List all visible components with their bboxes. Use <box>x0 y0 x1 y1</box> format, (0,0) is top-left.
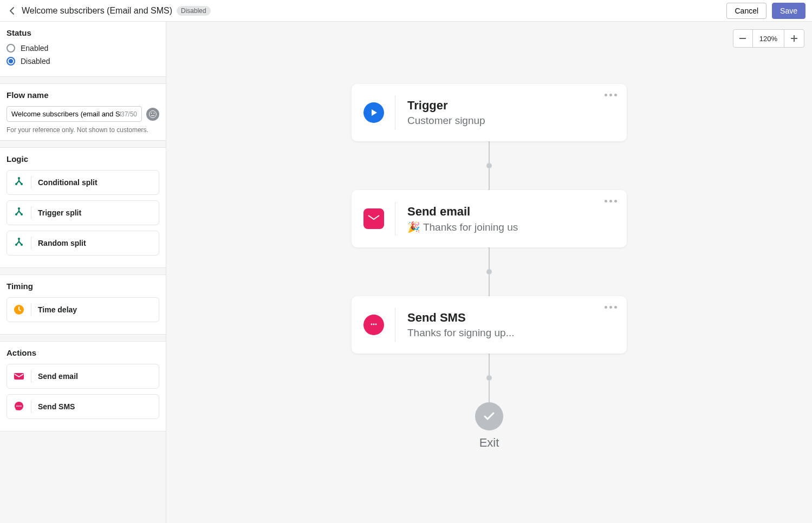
svg-point-10 <box>18 238 20 240</box>
flowname-panel: Flow name 37/50 For your reference only.… <box>0 83 166 141</box>
zoom-controls: 120% <box>733 29 804 48</box>
chevron-left-icon <box>10 7 14 15</box>
flowname-input[interactable] <box>11 110 121 118</box>
svg-point-17 <box>18 406 20 407</box>
node-title: Send SMS <box>407 311 615 325</box>
node-trigger[interactable]: Trigger Customer signup <box>352 84 627 141</box>
block-label: Conditional split <box>38 178 98 187</box>
split-icon <box>12 176 25 189</box>
add-node-button[interactable] <box>486 163 492 168</box>
status-title: Status <box>7 28 159 37</box>
minus-icon <box>739 38 746 39</box>
flow: Trigger Customer signup Send email 🎉 Tha… <box>352 84 627 450</box>
radio-icon <box>7 57 15 66</box>
radio-label: Enabled <box>21 44 48 53</box>
block-label: Trigger split <box>38 208 81 217</box>
actions-panel: Actions Send email Send SMS <box>0 341 166 432</box>
check-icon <box>482 409 496 423</box>
emoji-button[interactable] <box>146 108 159 121</box>
svg-point-18 <box>20 406 21 407</box>
clock-icon <box>12 303 25 316</box>
flowname-helper: For your reference only. Not shown to cu… <box>7 126 159 134</box>
node-subtitle: Thanks for signing up... <box>407 327 615 339</box>
svg-point-2 <box>154 113 155 114</box>
plus-icon <box>791 35 797 42</box>
radio-enabled[interactable]: Enabled <box>7 44 159 53</box>
char-count: 37/50 <box>121 110 137 118</box>
logic-item-random-split[interactable]: Random split <box>7 231 159 256</box>
logic-item-conditional-split[interactable]: Conditional split <box>7 170 159 195</box>
node-send-sms[interactable]: Send SMS Thanks for signing up... <box>352 296 627 354</box>
back-button[interactable] <box>7 5 17 16</box>
zoom-out-button[interactable] <box>733 30 753 47</box>
radio-icon <box>7 44 15 53</box>
logic-item-trigger-split[interactable]: Trigger split <box>7 200 159 225</box>
node-send-email[interactable]: Send email 🎉 Thanks for joining us <box>352 190 627 247</box>
svg-rect-21 <box>791 38 797 39</box>
node-subtitle: Customer signup <box>407 115 615 127</box>
add-node-button[interactable] <box>486 375 492 381</box>
add-node-button[interactable] <box>486 269 492 274</box>
zoom-in-button[interactable] <box>784 30 804 47</box>
timing-item-delay[interactable]: Time delay <box>7 297 159 322</box>
svg-point-6 <box>21 183 23 185</box>
timing-title: Timing <box>7 282 159 291</box>
split-icon <box>12 237 25 250</box>
node-subtitle: 🎉 Thanks for joining us <box>407 221 615 233</box>
block-label: Send SMS <box>38 402 75 411</box>
node-menu-button[interactable] <box>605 306 617 309</box>
status-badge: Disabled <box>177 6 211 16</box>
node-menu-button[interactable] <box>605 94 617 96</box>
emoji-icon <box>149 110 157 118</box>
topbar: Welcome subscribers (Email and SMS) Disa… <box>0 0 812 22</box>
page-title: Welcome subscribers (Email and SMS) <box>22 6 172 16</box>
logic-panel: Logic Conditional split Trigger split Ra… <box>0 147 166 268</box>
svg-point-8 <box>15 213 17 215</box>
flowname-title: Flow name <box>7 90 159 100</box>
save-button[interactable]: Save <box>772 3 805 19</box>
svg-point-24 <box>371 324 373 325</box>
svg-rect-14 <box>14 373 24 380</box>
actions-item-email[interactable]: Send email <box>7 364 159 389</box>
sms-icon <box>363 315 384 335</box>
block-label: Send email <box>38 372 78 381</box>
zoom-value: 120% <box>753 30 784 47</box>
svg-point-5 <box>15 183 17 185</box>
actions-item-sms[interactable]: Send SMS <box>7 394 159 419</box>
cancel-button[interactable]: Cancel <box>726 3 766 19</box>
svg-point-11 <box>15 244 17 246</box>
node-title: Send email <box>407 205 615 219</box>
svg-point-16 <box>16 406 17 407</box>
svg-point-7 <box>18 207 20 210</box>
email-icon <box>12 370 25 383</box>
svg-rect-19 <box>739 38 746 39</box>
node-menu-button[interactable] <box>605 200 617 202</box>
logic-title: Logic <box>7 154 159 164</box>
canvas[interactable]: 120% Trigger Customer signup <box>166 22 812 523</box>
svg-point-9 <box>21 213 23 215</box>
sms-icon <box>12 400 25 413</box>
svg-point-26 <box>375 324 377 325</box>
exit-label: Exit <box>479 436 499 450</box>
radio-label: Disabled <box>21 57 50 66</box>
svg-point-1 <box>151 113 152 114</box>
flowname-input-wrap[interactable]: 37/50 <box>7 106 142 122</box>
status-panel: Status Enabled Disabled <box>0 22 166 77</box>
play-icon <box>363 102 384 123</box>
actions-title: Actions <box>7 348 159 357</box>
svg-point-0 <box>150 110 157 117</box>
svg-point-4 <box>18 177 20 179</box>
split-icon <box>12 206 25 219</box>
svg-point-25 <box>373 324 375 325</box>
timing-panel: Timing Time delay <box>0 274 166 335</box>
block-label: Random split <box>38 239 86 247</box>
sidebar: Status Enabled Disabled Flow name 37/50 <box>0 22 166 523</box>
block-label: Time delay <box>38 305 77 314</box>
radio-disabled[interactable]: Disabled <box>7 57 159 66</box>
exit-node <box>475 402 503 430</box>
email-icon <box>363 208 384 229</box>
svg-point-12 <box>21 244 23 246</box>
node-title: Trigger <box>407 99 615 113</box>
